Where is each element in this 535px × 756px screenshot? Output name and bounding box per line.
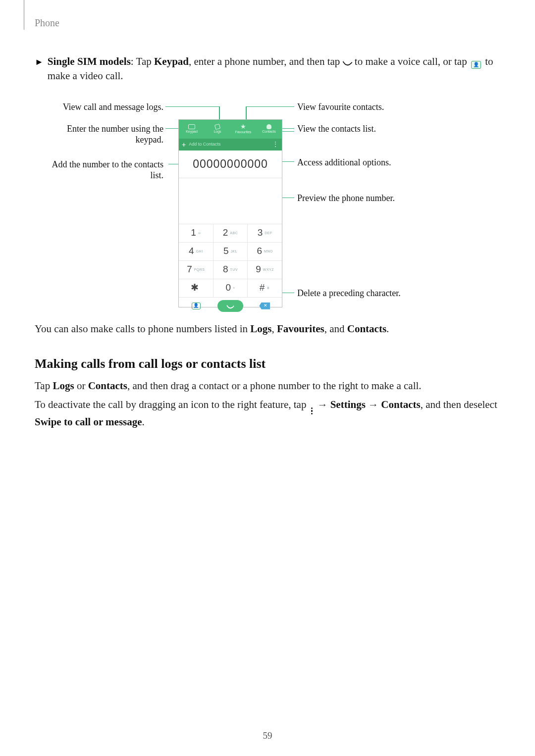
- diagram: View call and message logs. Enter the nu…: [35, 99, 500, 311]
- key-9[interactable]: 9WXYZ: [248, 261, 282, 279]
- more-vertical-icon: [311, 407, 313, 415]
- phone-icon: [342, 57, 353, 67]
- star-icon: ★: [240, 123, 246, 130]
- key-4[interactable]: 4GHI: [179, 243, 214, 260]
- callout-keypad-2: keypad.: [35, 134, 163, 146]
- key-5[interactable]: 5JKL: [214, 243, 248, 260]
- tab-logs-label: Logs: [214, 129, 221, 134]
- intro-lead: Single SIM models: [48, 55, 131, 67]
- keypad-icon: [188, 124, 195, 129]
- video-icon: 👤: [192, 302, 201, 309]
- key-0[interactable]: 0+: [214, 279, 248, 297]
- callout-delete: Delete a preceding character.: [297, 288, 401, 299]
- intro-line: ► Single SIM models: Tap Keypad, enter a…: [35, 54, 500, 84]
- add-to-contacts-label[interactable]: Add to Contacts: [189, 141, 220, 148]
- call-button[interactable]: [213, 298, 247, 314]
- section2-p2: To deactivate the call by dragging an ic…: [35, 397, 500, 429]
- tab-contacts[interactable]: Contacts: [256, 120, 282, 139]
- intro-text-2: , enter a phone number, and then tap: [189, 55, 343, 67]
- intro-text-3: to make a voice call, or tap: [352, 55, 470, 67]
- key-2[interactable]: 2ABC: [214, 224, 248, 242]
- call-icon: [226, 302, 235, 310]
- callout-addcontact-2: list.: [30, 170, 163, 181]
- tab-contacts-label: Contacts: [262, 129, 276, 134]
- backspace-icon: ✕: [259, 302, 270, 309]
- callout-preview: Preview the phone number.: [297, 193, 395, 204]
- bullet-triangle: ►: [35, 56, 44, 68]
- key-hash[interactable]: #⏸: [248, 279, 282, 297]
- intro-keypad: Keypad: [154, 55, 189, 67]
- callout-fav: View favourite contacts.: [297, 101, 384, 113]
- key-3[interactable]: 3DEF: [248, 224, 282, 242]
- after-diagram-text: You can also make calls to phone numbers…: [35, 321, 500, 336]
- key-1[interactable]: 1∞: [179, 224, 214, 242]
- section2-p1: Tap Logs or Contacts, and then drag a co…: [35, 378, 500, 393]
- video-call-icon: 👤: [471, 61, 481, 69]
- key-8[interactable]: 8TUV: [214, 261, 248, 279]
- plus-icon[interactable]: +: [182, 141, 186, 148]
- intro-text-1: : Tap: [131, 55, 154, 67]
- video-call-button[interactable]: 👤: [179, 298, 213, 314]
- callout-addcontact-1: Add the number to the contacts: [30, 159, 163, 170]
- callout-logs: View call and message logs.: [35, 101, 163, 113]
- key-7[interactable]: 7PQRS: [179, 261, 214, 279]
- more-icon[interactable]: ⋮: [272, 140, 279, 149]
- key-star[interactable]: ✱: [179, 279, 214, 297]
- page-number: 59: [0, 730, 535, 741]
- user-icon: [267, 124, 271, 129]
- tab-keypad[interactable]: Keypad: [179, 120, 205, 139]
- key-6[interactable]: 6MNO: [248, 243, 282, 260]
- callout-options: Access additional options.: [297, 157, 391, 168]
- tab-logs[interactable]: Logs: [205, 120, 230, 139]
- callout-keypad-1: Enter the number using the: [35, 123, 163, 135]
- delete-button[interactable]: ✕: [248, 298, 282, 314]
- tab-favourites[interactable]: ★ Favourites: [230, 120, 256, 139]
- tab-fav-label: Favourites: [235, 130, 252, 135]
- tab-keypad-label: Keypad: [186, 129, 198, 134]
- callout-contacts: View the contacts list.: [297, 123, 376, 135]
- phone-mock: Keypad Logs ★ Favourites Contacts + Add …: [178, 119, 282, 307]
- number-display: 00000000000: [179, 151, 282, 178]
- section-heading: Making calls from call logs or contacts …: [35, 355, 500, 373]
- page-header: Phone: [35, 17, 59, 29]
